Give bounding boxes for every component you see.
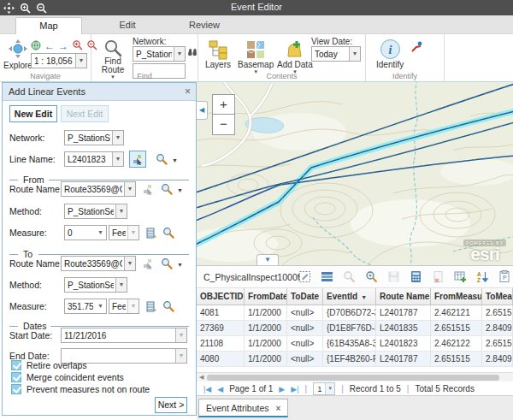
calculator-icon[interactable] <box>409 269 423 284</box>
select-from-route-on-map-button[interactable] <box>139 180 156 198</box>
zoom-to-selection-icon[interactable] <box>342 269 357 284</box>
horizontal-scrollbar[interactable]: ◀ <box>197 372 513 382</box>
zoom-to-line-button[interactable] <box>153 151 170 168</box>
table-row[interactable]: 4080 1/1/2000 <null> {1EF4B260-F L240178… <box>197 352 513 367</box>
to-measure-select[interactable]: 351.75 ▼ <box>64 299 107 314</box>
close-icon[interactable]: × <box>276 404 281 413</box>
col-fromdate[interactable]: FromDate <box>245 288 287 305</box>
table-row[interactable]: 21108 1/1/2000 <null> {61B435A8-3 L24018… <box>197 336 513 352</box>
line-name-select[interactable]: L2401823 ▼ <box>64 151 124 167</box>
basemap-button[interactable]: Basemap ▼ <box>238 39 274 74</box>
close-icon[interactable]: × <box>185 86 191 98</box>
to-unit-select[interactable]: Feet ▼ <box>109 299 139 314</box>
route-location-icon[interactable] <box>410 41 422 55</box>
chevron-down-icon[interactable]: ▼ <box>112 152 123 166</box>
from-method-select[interactable]: P_StationSeries ▼ <box>64 204 127 219</box>
add-record-icon[interactable] <box>453 269 468 284</box>
select-to-route-on-map-button[interactable] <box>139 255 156 272</box>
select-records-icon[interactable] <box>298 269 312 284</box>
page-number-select[interactable]: 1 ▼ <box>313 382 335 395</box>
scroll-left-icon[interactable]: ◀ <box>199 374 203 381</box>
collapse-panel-left-icon[interactable]: ◀ <box>197 101 208 120</box>
chevron-down-icon[interactable]: ▼ <box>174 47 185 61</box>
collapse-panel-down-icon[interactable]: ▼ <box>256 254 279 265</box>
chevron-down-icon[interactable]: ▼ <box>115 204 127 218</box>
view-date-select[interactable]: Today ▼ <box>311 46 361 62</box>
binoculars-icon[interactable] <box>187 47 198 59</box>
prevent-measures-checkbox[interactable] <box>11 384 21 394</box>
col-eventid[interactable]: EventId▼ <box>323 288 376 305</box>
sort-icon[interactable]: AZ <box>475 269 490 284</box>
tab-map[interactable]: Map <box>15 17 82 34</box>
last-page-button[interactable]: ▶| <box>291 385 298 393</box>
select-line-on-map-button[interactable] <box>129 151 146 168</box>
previous-extent-icon[interactable]: ← <box>44 42 55 50</box>
chevron-down-icon[interactable]: ▼ <box>175 328 186 342</box>
chevron-down-icon[interactable]: ▼ <box>127 299 139 313</box>
map-view[interactable]: ◀ + − ▼ POWERED BY esri <box>197 82 513 265</box>
chevron-down-icon[interactable]: ▼ <box>115 278 127 292</box>
show-selected-records-icon[interactable] <box>320 269 334 284</box>
new-edit-button[interactable]: New Edit <box>9 105 57 122</box>
start-date-select[interactable]: 11/21/2016 ▼ <box>61 328 187 343</box>
next-extent-icon[interactable]: → <box>58 42 68 50</box>
table-row[interactable]: 27369 1/1/2000 <null> {D1E8F76D-F L24018… <box>197 321 513 336</box>
chevron-down-icon[interactable]: ▼ <box>325 383 334 394</box>
chevron-down-icon[interactable]: ▼ <box>95 226 106 240</box>
save-icon[interactable] <box>386 269 401 284</box>
pan-to-selection-icon[interactable] <box>364 269 379 284</box>
previous-page-button[interactable]: ◀ <box>217 385 223 393</box>
layers-button[interactable]: Layers <box>205 39 231 69</box>
zoom-to-to-route-button[interactable] <box>158 255 175 272</box>
chevron-down-icon[interactable]: ▼ <box>112 131 123 145</box>
chevron-down-icon[interactable]: ▼ <box>177 187 183 193</box>
identify-button[interactable]: i Identify <box>376 38 404 69</box>
next-edit-button[interactable]: Next Edit <box>61 105 109 122</box>
zoom-to-from-measure-button[interactable] <box>160 224 177 241</box>
tab-edit[interactable]: Edit <box>94 17 161 34</box>
merge-coincident-checkbox[interactable] <box>11 372 21 382</box>
map-zoom-out-button[interactable]: − <box>212 115 235 135</box>
tab-review[interactable]: Review <box>171 17 238 34</box>
next-button[interactable]: Next > <box>155 397 187 413</box>
next-page-button[interactable]: ▶ <box>279 385 285 393</box>
chevron-down-icon[interactable]: ▼ <box>127 226 139 240</box>
from-measure-select[interactable]: 0 ▼ <box>64 225 107 240</box>
to-method-select[interactable]: P_StationSeries ▼ <box>64 277 127 293</box>
chevron-down-icon[interactable]: ▼ <box>349 47 360 61</box>
zoom-to-to-measure-button[interactable] <box>160 298 177 315</box>
chevron-down-icon[interactable]: ▼ <box>175 349 186 363</box>
col-frommeasure[interactable]: FromMeasure <box>431 288 482 305</box>
from-unit-select[interactable]: Feet ▼ <box>109 225 139 240</box>
zoom-to-from-route-button[interactable] <box>158 180 175 198</box>
col-tomeasure[interactable]: ToMea <box>482 288 513 305</box>
tab-event-attributes[interactable]: Event Attributes× <box>198 399 288 417</box>
col-todate[interactable]: ToDate <box>287 288 323 305</box>
delete-record-icon[interactable] <box>431 269 445 284</box>
map-zoom-in-button[interactable]: + <box>212 94 235 115</box>
chevron-down-icon[interactable]: ▼ <box>124 182 135 196</box>
chevron-down-icon[interactable]: ▼ <box>177 262 183 268</box>
chevron-down-icon[interactable]: ▼ <box>172 157 178 163</box>
retire-overlaps-checkbox[interactable] <box>11 360 21 370</box>
explore-button[interactable]: Explore <box>3 38 32 70</box>
chevron-down-icon[interactable]: ▼ <box>124 257 135 270</box>
chevron-down-icon[interactable]: ▼ <box>75 54 86 68</box>
col-routename[interactable]: Route Name <box>376 288 431 305</box>
network-select-ribbon[interactable]: P_StationSeries ▼ <box>133 46 186 62</box>
to-route-select[interactable]: Route33569@Cent ▼ <box>61 256 136 271</box>
chevron-down-icon[interactable]: ▼ <box>95 299 106 313</box>
first-page-button[interactable]: |◀ <box>203 385 211 393</box>
derive-measure-icon[interactable] <box>143 224 160 241</box>
map-scale-select[interactable]: 1 : 18,056 ▼ <box>31 53 87 68</box>
attribute-set-icon[interactable]: P <box>498 269 512 284</box>
add-data-button[interactable]: Add Data ▼ <box>277 39 313 74</box>
network-select[interactable]: P_StationSeries ▼ <box>64 130 124 145</box>
col-objectid[interactable]: OBJECTID <box>197 288 245 305</box>
zoom-in-icon[interactable] <box>72 39 83 52</box>
from-route-select[interactable]: Route33569@Cent ▼ <box>61 181 136 197</box>
full-extent-icon[interactable] <box>31 40 41 52</box>
table-row[interactable]: 4081 1/1/2000 <null> {D70B6D72-3 L240178… <box>197 305 513 321</box>
scrollbar-thumb[interactable] <box>207 375 499 381</box>
derive-measure-icon[interactable] <box>143 298 160 315</box>
